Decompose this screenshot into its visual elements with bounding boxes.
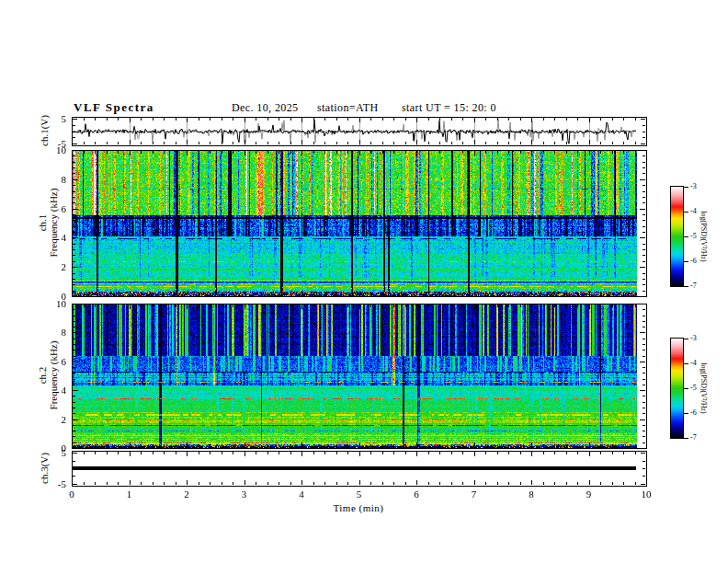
x-axis-minor-tick [347,151,348,154]
x-axis-minor-tick [84,293,85,295]
x-axis-minor-tick [233,118,233,121]
x-axis-minor-tick [566,304,567,307]
x-axis-tick [416,118,417,122]
x-axis-minor-tick [497,142,498,144]
x-axis-minor-tick [210,304,210,307]
x-axis-minor-tick [176,482,176,485]
y-tick-label: 5 [39,114,66,124]
x-axis-minor-tick [554,151,555,154]
ch2-frequency-axis-label-line2: Frequency (kHz) [48,341,59,410]
x-axis-minor-tick [256,142,256,144]
x-axis-tick [245,442,245,447]
y-axis-minor-tick [73,356,75,357]
x-axis-minor-tick [405,444,406,447]
x-axis-minor-tick [623,452,624,454]
x-axis-minor-tick [393,452,394,454]
x-axis-minor-tick [612,452,613,454]
x-axis-tick [531,118,532,122]
y-axis-minor-tick [73,339,75,339]
x-axis-minor-tick [635,118,636,121]
x-axis-minor-tick [508,293,509,295]
x-axis-minor-tick [84,452,85,454]
x-axis-minor-tick [290,304,291,307]
y-tick-label: 2 [39,262,66,272]
x-axis-minor-tick [554,482,555,485]
y-axis-minor-tick [643,226,645,227]
colorbar-tick-label: -6 [690,409,697,417]
ch2-spectrogram-canvas [73,304,637,448]
x-axis-minor-tick [222,293,222,295]
x-axis-minor-tick [543,444,544,447]
x-axis-minor-tick [577,293,578,295]
y-axis-minor-tick [73,249,75,250]
y-axis-tick [640,304,645,304]
x-axis-minor-tick [233,452,233,454]
y-tick-label: 6 [39,357,66,367]
x-axis-minor-tick [554,452,555,454]
y-tick-label: 2 [39,415,66,425]
x-axis-minor-tick [612,444,613,447]
x-axis-minor-tick [370,444,371,447]
x-axis-minor-tick [279,444,279,447]
x-axis-minor-tick [256,293,256,295]
x-axis-minor-tick [336,142,337,144]
x-axis-minor-tick [451,304,452,307]
x-axis-minor-tick [118,142,119,144]
x-tick-label: 1 [119,488,141,500]
y-axis-minor-tick [643,249,645,250]
x-axis-tick [646,291,647,295]
x-axis-minor-tick [405,118,406,121]
x-axis-tick [245,140,245,144]
x-axis-minor-tick [520,118,521,121]
x-axis-minor-tick [107,293,108,295]
y-axis-tick [73,237,78,238]
x-axis-minor-tick [635,444,636,447]
x-axis-minor-tick [462,482,463,485]
x-axis-minor-tick [95,452,96,454]
y-axis-minor-tick [73,125,75,126]
x-axis-minor-tick [164,452,165,454]
y-axis-minor-tick [73,413,75,414]
x-axis-minor-tick [623,118,624,121]
x-axis-minor-tick [370,151,371,154]
x-axis-minor-tick [279,452,279,454]
x-axis-minor-tick [279,151,279,154]
x-axis-minor-tick [566,293,567,295]
y-axis-minor-tick [643,379,645,380]
y-axis-minor-tick [73,402,75,403]
x-axis-tick [301,452,302,456]
ch2-frequency-axis-label: ch.2 Frequency (kHz) [37,341,59,410]
x-axis-minor-tick [600,142,601,144]
x-axis-minor-tick [267,482,268,485]
x-axis-minor-tick [210,293,210,295]
x-axis-minor-tick [141,452,142,454]
x-axis-minor-tick [566,444,567,447]
y-axis-minor-tick [643,137,645,138]
x-axis-minor-tick [210,482,210,485]
x-axis-minor-tick [635,482,636,485]
y-axis-minor-tick [643,373,645,373]
y-axis-tick [640,448,645,449]
y-axis-minor-tick [643,261,645,262]
x-axis-minor-tick [336,304,337,307]
x-axis-tick [187,118,188,122]
y-axis-tick [640,209,645,210]
x-axis-minor-tick [164,151,165,154]
x-axis-minor-tick [543,482,544,485]
x-tick-label: 7 [463,488,485,500]
x-axis-minor-tick [497,482,498,485]
x-axis-minor-tick [324,142,325,144]
y-axis-minor-tick [643,425,645,426]
x-axis-tick [589,304,590,309]
x-axis-minor-tick [485,452,486,454]
x-axis-minor-tick [107,151,108,154]
x-axis-tick [416,151,417,155]
x-tick-label: 4 [290,488,313,500]
x-axis-minor-tick [336,482,337,485]
x-axis-minor-tick [199,444,199,447]
x-axis-tick [646,442,647,447]
x-axis-minor-tick [612,482,613,485]
x-axis-minor-tick [290,151,291,154]
y-axis-minor-tick [73,327,75,327]
date-label: Dec. 10, 2025 [232,101,299,115]
